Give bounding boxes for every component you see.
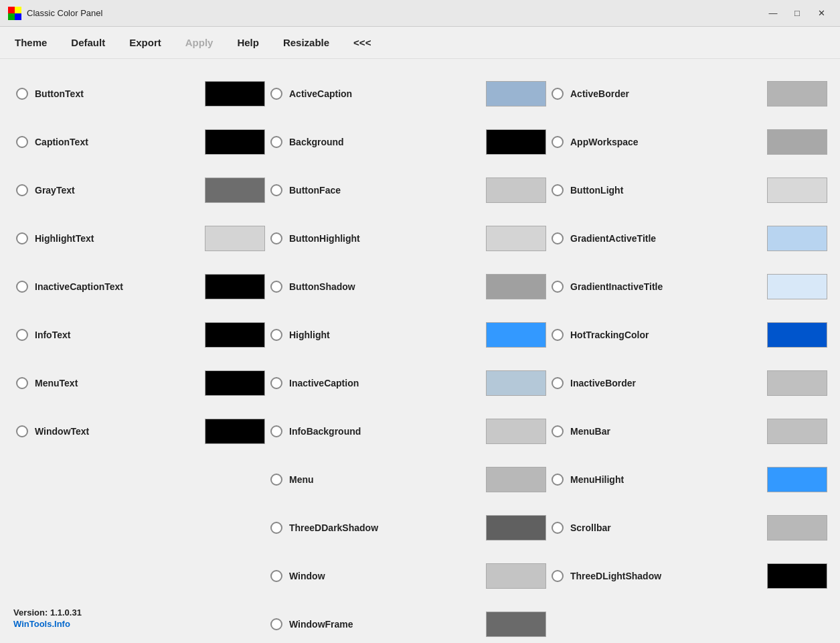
color-row: ButtonText	[13, 70, 268, 118]
menu-item-theme[interactable]: Theme	[11, 34, 51, 51]
color-swatch-windowtext[interactable]	[205, 419, 265, 444]
color-row: WindowFrame	[268, 600, 549, 643]
radio-gradientactivetitle[interactable]	[552, 232, 564, 244]
close-button[interactable]: ✕	[811, 4, 832, 23]
radio-infotext[interactable]	[16, 329, 28, 341]
color-swatch-buttonshadow[interactable]	[486, 274, 546, 299]
radio-infobackground[interactable]	[270, 425, 282, 437]
color-swatch-inactivecaption[interactable]	[486, 370, 546, 396]
radio-background[interactable]	[270, 136, 282, 148]
color-swatch-inactiveborder[interactable]	[767, 370, 827, 396]
color-label-windowtext: WindowText	[35, 426, 199, 437]
color-swatch-hottrackingcolor[interactable]	[767, 322, 827, 348]
color-swatch-menu[interactable]	[486, 467, 546, 492]
color-label-menuhilight: MenuHilight	[570, 474, 762, 485]
color-swatch-menutext[interactable]	[205, 370, 265, 396]
color-row: InactiveCaption	[268, 359, 549, 407]
color-label-buttonshadow: ButtonShadow	[289, 281, 481, 292]
color-swatch-buttonlight[interactable]	[767, 177, 827, 203]
color-row: AppWorkspace	[549, 118, 830, 166]
color-label-appworkspace: AppWorkspace	[570, 137, 762, 147]
color-swatch-inactivecaptiontext[interactable]	[205, 274, 265, 299]
color-swatch-menubar[interactable]	[767, 419, 827, 444]
color-label-scrollbar: Scrollbar	[570, 522, 762, 533]
minimize-button[interactable]: —	[762, 4, 784, 23]
maximize-button[interactable]: □	[786, 4, 808, 23]
color-row: Highlight	[268, 311, 549, 359]
menu-item-help[interactable]: Help	[233, 34, 263, 51]
radio-threeddarkshadow[interactable]	[270, 522, 282, 534]
radio-buttonshadow[interactable]	[270, 281, 282, 293]
color-swatch-threedlightshadow[interactable]	[767, 563, 827, 589]
color-swatch-appworkspace[interactable]	[767, 129, 827, 155]
radio-buttonface[interactable]	[270, 184, 282, 196]
radio-activeborder[interactable]	[552, 88, 564, 100]
radio-appworkspace[interactable]	[552, 136, 564, 148]
color-swatch-graytext[interactable]	[205, 177, 265, 203]
color-column-2: ActiveBorderAppWorkspaceButtonLightGradi…	[549, 70, 830, 643]
svg-rect-3	[15, 13, 21, 20]
radio-highlighttext[interactable]	[16, 232, 28, 244]
radio-threedlightshadow[interactable]	[552, 570, 564, 582]
radio-buttonlight[interactable]	[552, 184, 564, 196]
color-label-threeddarkshadow: ThreeDDarkShadow	[289, 522, 481, 533]
radio-captiontext[interactable]	[16, 136, 28, 148]
color-swatch-infobackground[interactable]	[486, 419, 546, 444]
radio-windowtext[interactable]	[16, 425, 28, 437]
color-label-menu: Menu	[289, 474, 481, 485]
app-icon	[8, 7, 21, 20]
radio-gradientinactivetitle[interactable]	[552, 281, 564, 293]
color-swatch-background[interactable]	[486, 129, 546, 155]
color-swatch-highlight[interactable]	[486, 322, 546, 348]
radio-window[interactable]	[270, 570, 282, 582]
color-swatch-infotext[interactable]	[205, 322, 265, 348]
color-swatch-buttonhighlight[interactable]	[486, 226, 546, 251]
radio-menuhilight[interactable]	[552, 474, 564, 486]
radio-menutext[interactable]	[16, 377, 28, 389]
color-swatch-windowframe[interactable]	[486, 612, 546, 637]
color-column-0: ButtonTextCaptionTextGrayTextHighlightTe…	[13, 70, 268, 643]
color-swatch-gradientinactivetitle[interactable]	[767, 274, 827, 299]
radio-buttonhighlight[interactable]	[270, 232, 282, 244]
color-row: MenuHilight	[549, 455, 830, 504]
radio-scrollbar[interactable]	[552, 522, 564, 534]
footer-link[interactable]: WinTools.Info	[13, 619, 70, 629]
color-swatch-scrollbar[interactable]	[767, 515, 827, 541]
radio-inactivecaptiontext[interactable]	[16, 281, 28, 293]
radio-buttontext[interactable]	[16, 88, 28, 100]
color-row: Background	[268, 118, 549, 166]
radio-graytext[interactable]	[16, 184, 28, 196]
menu-item-resizable[interactable]: Resizable	[279, 34, 333, 51]
color-swatch-captiontext[interactable]	[205, 129, 265, 155]
color-row: GradientInactiveTitle	[549, 263, 830, 311]
radio-menu[interactable]	[270, 474, 282, 486]
menu-item-back[interactable]: <<<	[349, 34, 375, 51]
color-swatch-gradientactivetitle[interactable]	[767, 226, 827, 251]
radio-inactiveborder[interactable]	[552, 377, 564, 389]
color-swatch-activecaption[interactable]	[486, 81, 546, 106]
color-swatch-menuhilight[interactable]	[767, 467, 827, 492]
radio-highlight[interactable]	[270, 329, 282, 341]
radio-hottrackingcolor[interactable]	[552, 329, 564, 341]
menu-item-default[interactable]: Default	[67, 34, 109, 51]
color-label-activeborder: ActiveBorder	[570, 88, 762, 99]
menu-item-export[interactable]: Export	[125, 34, 165, 51]
color-swatch-highlighttext[interactable]	[205, 226, 265, 251]
color-swatch-threeddarkshadow[interactable]	[486, 515, 546, 541]
color-swatch-window[interactable]	[486, 563, 546, 589]
radio-inactivecaption[interactable]	[270, 377, 282, 389]
color-swatch-activeborder[interactable]	[767, 81, 827, 106]
radio-windowframe[interactable]	[270, 618, 282, 630]
color-row: Scrollbar	[549, 504, 830, 552]
radio-activecaption[interactable]	[270, 88, 282, 100]
color-label-graytext: GrayText	[35, 185, 199, 196]
color-row: MenuBar	[549, 407, 830, 455]
color-label-windowframe: WindowFrame	[289, 619, 481, 630]
color-swatch-buttonface[interactable]	[486, 177, 546, 203]
color-swatch-buttontext[interactable]	[205, 81, 265, 106]
color-label-infobackground: InfoBackground	[289, 426, 481, 437]
color-label-highlight: Highlight	[289, 330, 481, 340]
color-row: ThreeDDarkShadow	[268, 504, 549, 552]
radio-menubar[interactable]	[552, 425, 564, 437]
footer: Version: 1.1.0.31 WinTools.Info	[13, 608, 82, 630]
